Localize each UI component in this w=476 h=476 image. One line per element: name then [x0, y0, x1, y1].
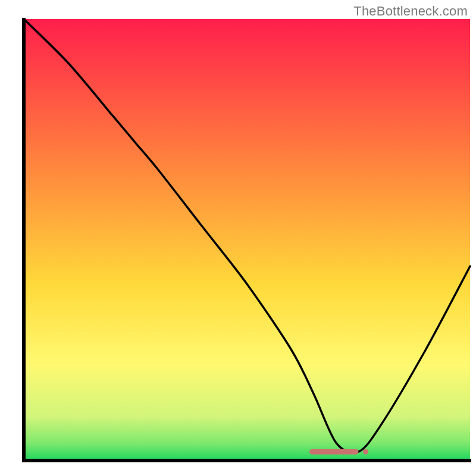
plot-background — [24, 19, 470, 461]
watermark-text: TheBottleneck.com — [353, 4, 468, 19]
optimal-marker-dot — [363, 449, 368, 455]
optimal-marker-bar — [309, 449, 359, 455]
bottleneck-chart — [0, 0, 476, 476]
chart-container: TheBottleneck.com — [0, 0, 476, 476]
